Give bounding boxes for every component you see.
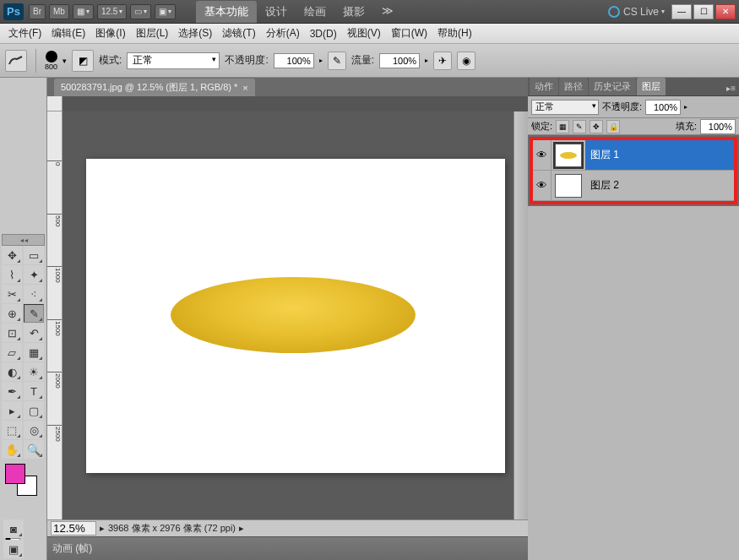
brush-picker-arrow-icon[interactable]: ▾ [62, 57, 67, 65]
screen-mode-toggle[interactable]: ▣ [3, 540, 24, 558]
arrange-documents-dropdown[interactable]: ▭ [130, 4, 151, 19]
panel-menu-icon[interactable]: ▸≡ [723, 81, 739, 95]
animation-panel-header[interactable]: 动画 (帧) [47, 536, 528, 560]
clone-stamp-tool[interactable]: ⊡ [2, 323, 22, 342]
layer-thumbnail[interactable] [555, 144, 582, 167]
screen-mode-dropdown[interactable]: ▣ [155, 4, 176, 19]
zoom-arrow-icon[interactable]: ▸ [100, 523, 105, 534]
shape-tool[interactable]: ▢ [24, 401, 44, 420]
move-tool[interactable]: ✥ [2, 246, 22, 264]
menu-window[interactable]: 窗口(W) [386, 26, 432, 41]
ruler-origin[interactable] [47, 96, 62, 111]
workspace-tab-painting[interactable]: 绘画 [296, 1, 334, 23]
panel-tab-layers[interactable]: 图层 [637, 78, 666, 95]
zoom-input[interactable] [51, 521, 96, 536]
flow-arrow-icon[interactable]: ▸ [425, 57, 428, 64]
flow-input[interactable] [379, 53, 420, 68]
zoom-tool[interactable]: 🔍 [24, 440, 44, 459]
workspace-tab-essentials[interactable]: 基本功能 [196, 1, 257, 23]
pen-tool[interactable]: ✒ [2, 382, 22, 400]
3d-tool[interactable]: ⬚ [2, 421, 22, 439]
cslive-button[interactable]: CS Live ▾ [608, 6, 665, 18]
tablet-size-toggle[interactable]: ◉ [457, 52, 475, 70]
lock-position-icon[interactable]: ✥ [590, 120, 603, 133]
airbrush-toggle[interactable]: ✈ [433, 52, 452, 70]
type-tool[interactable]: T [24, 382, 44, 400]
close-button[interactable]: ✕ [715, 4, 736, 19]
document-tab[interactable]: 500283791.jpg @ 12.5% (图层 1, RGB/8) * × [54, 79, 255, 96]
menu-view[interactable]: 视图(V) [342, 26, 386, 41]
minimize-button[interactable]: — [671, 4, 692, 19]
document-area: 500283791.jpg @ 12.5% (图层 1, RGB/8) * × … [47, 78, 528, 560]
menu-image[interactable]: 图像(I) [90, 26, 130, 41]
menu-filter[interactable]: 滤镜(T) [217, 26, 260, 41]
layer-fill-input[interactable] [700, 119, 736, 134]
canvas-viewport[interactable] [62, 111, 528, 519]
menu-help[interactable]: 帮助(H) [432, 26, 477, 41]
path-selection-tool[interactable]: ▸ [2, 401, 22, 420]
lock-pixels-icon[interactable]: ✎ [573, 120, 586, 133]
crop-tool[interactable]: ✂ [2, 285, 22, 303]
document-tab-close-icon[interactable]: × [242, 83, 247, 93]
tablet-opacity-toggle[interactable]: ✎ [328, 52, 346, 70]
lock-transparency-icon[interactable]: ▦ [556, 120, 569, 133]
eraser-tool[interactable]: ▱ [2, 343, 22, 362]
minibridge-button[interactable]: Mb [49, 4, 69, 19]
panel-tab-paths[interactable]: 路径 [559, 78, 588, 95]
layer-thumbnail[interactable] [555, 174, 582, 198]
view-extras-dropdown[interactable]: ▦ [73, 4, 94, 19]
layer-row[interactable]: 👁 图层 2 [533, 171, 734, 201]
foreground-color-swatch[interactable] [5, 464, 25, 484]
canvas-ellipse-shape [171, 277, 416, 353]
workspace-more-dropdown[interactable]: ≫ [373, 1, 402, 23]
layer-row[interactable]: 👁 图层 1 [533, 140, 734, 171]
brush-preset-picker[interactable]: 800 [45, 51, 57, 71]
toolbox-collapse-button[interactable] [2, 234, 45, 246]
menu-3d[interactable]: 3D(D) [305, 28, 342, 40]
layer-visibility-icon[interactable]: 👁 [533, 140, 552, 170]
spot-healing-tool[interactable]: ⊕ [2, 304, 22, 323]
workspace-tab-photography[interactable]: 摄影 [334, 1, 373, 23]
current-tool-preset-icon[interactable] [5, 50, 27, 72]
3d-camera-tool[interactable]: ◎ [24, 421, 44, 439]
opacity-input[interactable] [274, 53, 314, 68]
maximize-button[interactable]: ☐ [693, 4, 714, 19]
menu-layer[interactable]: 图层(L) [131, 26, 174, 41]
history-brush-tool[interactable]: ↶ [24, 323, 44, 342]
layer-opacity-input[interactable] [645, 100, 681, 115]
window-controls: — ☐ ✕ [671, 4, 736, 19]
workspace-tab-design[interactable]: 设计 [257, 1, 296, 23]
quick-mask-toggle[interactable]: ◙ [3, 519, 24, 538]
layer-name[interactable]: 图层 1 [585, 140, 734, 170]
hand-tool[interactable]: ✋ [2, 440, 22, 459]
opacity-arrow-icon[interactable]: ▸ [319, 57, 323, 64]
status-info-arrow-icon[interactable]: ▸ [239, 523, 244, 534]
brush-tool[interactable]: ✎ [24, 304, 44, 323]
blur-tool[interactable]: ◐ [2, 362, 22, 381]
tool-options-bar: 800 ▾ ◩ 模式: 正常 不透明度: ▸ ✎ 流量: ▸ ✈ ◉ [0, 44, 739, 78]
marquee-tool[interactable]: ▭ [24, 246, 44, 264]
lock-all-icon[interactable]: 🔒 [606, 120, 620, 133]
panel-tab-history[interactable]: 历史记录 [589, 78, 636, 95]
cslive-label: CS Live [623, 6, 659, 18]
gradient-tool[interactable]: ▦ [24, 343, 44, 362]
menu-edit[interactable]: 编辑(E) [46, 26, 90, 41]
bridge-button[interactable]: Br [29, 4, 46, 19]
menu-select[interactable]: 选择(S) [173, 26, 217, 41]
eyedropper-tool[interactable]: ⁖ [24, 285, 44, 303]
layer-visibility-icon[interactable]: 👁 [533, 171, 552, 200]
zoom-level-dropdown[interactable]: 12.5 [97, 4, 127, 19]
layer-blend-mode-select[interactable]: 正常 [531, 100, 599, 115]
menu-analysis[interactable]: 分析(A) [261, 26, 305, 41]
dodge-tool[interactable]: ☀ [24, 362, 44, 381]
brush-panel-toggle[interactable]: ◩ [72, 50, 94, 72]
vertical-ruler[interactable]: 0 500 1000 1500 2000 2500 [47, 111, 62, 519]
canvas[interactable] [86, 159, 505, 473]
menu-file[interactable]: 文件(F) [3, 26, 46, 41]
layer-opacity-arrow-icon[interactable]: ▸ [684, 103, 687, 111]
lasso-tool[interactable]: ⌇ [2, 265, 22, 284]
blend-mode-select[interactable]: 正常 [127, 52, 220, 69]
layer-name[interactable]: 图层 2 [585, 171, 734, 200]
magic-wand-tool[interactable]: ✦ [24, 265, 44, 284]
panel-tab-actions[interactable]: 动作 [530, 78, 558, 95]
